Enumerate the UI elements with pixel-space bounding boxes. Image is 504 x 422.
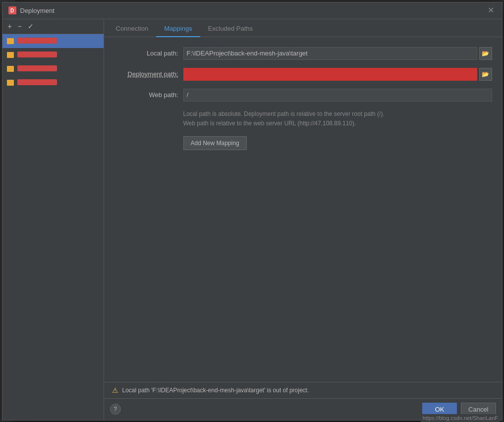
web-path-row: Web path: xyxy=(114,89,492,102)
local-path-browse-button[interactable]: 📂 xyxy=(479,47,492,60)
dialog-title: Deployment xyxy=(20,7,486,14)
info-line-2: Web path is relative to the web server U… xyxy=(183,119,492,128)
add-new-mapping-button[interactable]: Add New Mapping xyxy=(183,136,247,150)
deployment-path-input[interactable] xyxy=(183,68,477,81)
sidebar-toolbar: + − ✓ xyxy=(2,19,104,34)
sftp-icon xyxy=(6,65,14,73)
list-item[interactable] xyxy=(2,34,104,48)
server-list xyxy=(2,34,104,420)
info-line-1: Local path is absolute. Deployment path … xyxy=(183,109,492,119)
sftp-icon xyxy=(6,37,14,45)
remove-server-button[interactable]: − xyxy=(16,21,23,31)
url-tooltip: https://blog.csdn.net/ShanLanF xyxy=(421,414,500,422)
status-message: Local path 'F:\IDEAProject\back-end-mesh… xyxy=(122,387,309,394)
list-item[interactable] xyxy=(2,76,104,90)
deployment-path-input-wrap: 📂 xyxy=(183,68,492,81)
deployment-path-label: Deployment path: xyxy=(114,70,178,78)
list-item[interactable] xyxy=(2,48,104,62)
help-button[interactable]: ? xyxy=(110,404,121,415)
web-path-label: Web path: xyxy=(114,91,178,99)
redacted-text xyxy=(17,52,57,57)
server-item-label xyxy=(17,65,57,72)
deployment-dialog: D Deployment ✕ + − ✓ xyxy=(2,2,503,421)
redacted-text xyxy=(17,65,57,71)
server-item-label xyxy=(17,52,57,58)
local-path-input[interactable] xyxy=(183,47,477,60)
redacted-text xyxy=(17,38,57,44)
redacted-text xyxy=(17,79,57,85)
add-mapping-btn-wrap: Add New Mapping xyxy=(114,136,492,150)
sftp-icon xyxy=(6,51,14,59)
right-panel: Connection Mappings Excluded Paths Local… xyxy=(104,19,502,420)
status-bar: ⚠ Local path 'F:\IDEAProject\back-end-me… xyxy=(104,382,502,398)
mappings-content: Local path: 📂 Deployment path: 📂 xyxy=(104,37,502,382)
warning-icon: ⚠ xyxy=(112,386,118,394)
add-server-button[interactable]: + xyxy=(6,21,13,31)
close-button[interactable]: ✕ xyxy=(486,5,496,15)
app-icon: D xyxy=(8,6,16,14)
check-button[interactable]: ✓ xyxy=(26,21,35,31)
deployment-path-browse-button[interactable]: 📂 xyxy=(479,68,492,81)
info-text: Local path is absolute. Deployment path … xyxy=(114,109,492,128)
tab-mappings[interactable]: Mappings xyxy=(156,21,200,37)
tab-connection[interactable]: Connection xyxy=(108,21,157,37)
sftp-icon xyxy=(6,79,14,87)
web-path-input-wrap xyxy=(183,89,492,102)
local-path-label: Local path: xyxy=(114,50,178,57)
tab-bar: Connection Mappings Excluded Paths xyxy=(104,19,502,37)
dialog-content: + − ✓ xyxy=(2,19,502,420)
dialog-overlay: D Deployment ✕ + − ✓ xyxy=(0,0,504,422)
sidebar: + − ✓ xyxy=(2,19,104,420)
local-path-row: Local path: 📂 xyxy=(114,47,492,60)
tab-excluded-paths[interactable]: Excluded Paths xyxy=(200,21,261,37)
web-path-input[interactable] xyxy=(183,89,492,102)
list-item[interactable] xyxy=(2,62,104,76)
server-item-label xyxy=(17,79,57,86)
title-bar: D Deployment ✕ xyxy=(2,2,502,19)
deployment-path-row: Deployment path: 📂 xyxy=(114,68,492,81)
local-path-input-wrap: 📂 xyxy=(183,47,492,60)
server-item-label xyxy=(17,38,57,45)
